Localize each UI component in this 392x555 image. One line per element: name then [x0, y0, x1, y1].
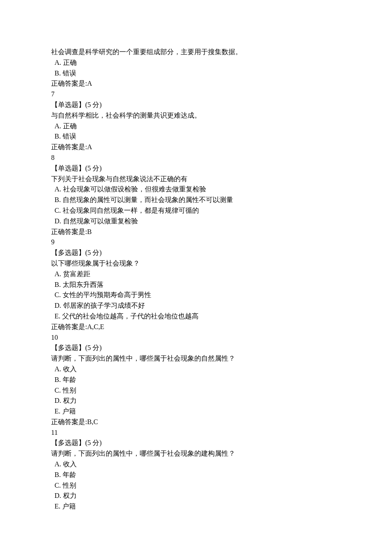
option-letter: A.: [55, 185, 61, 193]
points-close: 分): [91, 165, 101, 172]
question-stem: 以下哪些现象属于社会现象？: [51, 258, 341, 269]
question-option: D. 权力: [51, 396, 341, 406]
question-option: B. 太阳东升西落: [51, 280, 341, 290]
option-text: 错误: [61, 69, 76, 77]
option-letter: B.: [55, 69, 61, 77]
question-option: C. 性别: [51, 385, 341, 396]
answer-prefix: 正确答案是:: [51, 228, 87, 235]
answer-prefix: 正确答案是:: [51, 80, 87, 87]
question-type-line: 【多选题】(5 分): [51, 248, 341, 258]
answer-value: A: [87, 80, 92, 87]
option-text: 正确: [61, 59, 77, 66]
option-text: 性别: [61, 387, 76, 394]
question-option: B. 年龄: [51, 470, 341, 480]
question-number: 8: [51, 153, 341, 163]
question-number: 9: [51, 237, 341, 248]
option-text: 太阳东升西落: [61, 281, 104, 288]
question-option: C. 女性的平均预期寿命高于男性: [51, 290, 341, 301]
question-type-label: 【多选题】: [51, 249, 85, 256]
question-option: A. 收入: [51, 459, 341, 470]
option-text: 自然现象的属性可以测量，而社会现象的属性不可以测量: [61, 196, 233, 203]
question-number: 11: [51, 428, 341, 438]
question-number: 10: [51, 332, 341, 343]
option-letter: C.: [55, 482, 61, 489]
option-text: 年龄: [61, 376, 76, 383]
answer-line: 正确答案是:B,C: [51, 417, 341, 428]
question-option: B. 自然现象的属性可以测量，而社会现象的属性不可以测量: [51, 195, 341, 205]
option-text: 收入: [61, 460, 77, 468]
option-letter: A.: [55, 59, 61, 66]
question-type-label: 【单选题】: [51, 101, 85, 108]
answer-line: 正确答案是:B: [51, 227, 341, 237]
question-stem: 社会调查是科学研究的一个重要组成部分，主要用于搜集数据。: [51, 47, 341, 58]
question-option: B. 错误: [51, 68, 341, 79]
question-option: A. 正确: [51, 58, 341, 68]
question-option: D. 权力: [51, 491, 341, 501]
answer-prefix: 正确答案是:: [51, 418, 87, 425]
question-type-label: 【单选题】: [51, 165, 85, 172]
option-letter: B.: [55, 376, 61, 383]
answer-line: 正确答案是:A: [51, 142, 341, 153]
option-text: 收入: [61, 365, 77, 373]
question-type-line: 【多选题】(5 分): [51, 438, 341, 448]
option-text: 社会现象同自然现象一样，都是有规律可循的: [61, 207, 199, 214]
answer-prefix: 正确答案是:: [51, 323, 87, 330]
option-letter: D.: [55, 302, 61, 309]
option-text: 错误: [61, 133, 76, 140]
option-letter: B.: [55, 471, 61, 478]
answer-line: 正确答案是:A,C,E: [51, 322, 341, 332]
question-type-label: 【多选题】: [51, 439, 85, 446]
option-letter: B.: [55, 133, 61, 140]
option-text: 女性的平均预期寿命高于男性: [61, 291, 151, 298]
question-stem: 下列关于社会现象与自然现象说法不正确的有: [51, 174, 341, 185]
option-letter: C.: [55, 207, 61, 214]
option-letter: A.: [55, 122, 61, 130]
answer-value: B: [87, 228, 92, 235]
question-option: B. 错误: [51, 131, 341, 142]
question-option: A. 社会现象可以做假设检验，但很难去做重复检验: [51, 184, 341, 195]
option-letter: A.: [55, 460, 61, 468]
question-stem: 请判断，下面列出的属性中，哪些属于社会现象的建构属性？: [51, 448, 341, 459]
question-option: A. 收入: [51, 364, 341, 375]
option-letter: E.: [55, 408, 61, 415]
question-option: D. 邻居家的孩子学习成绩不好: [51, 301, 341, 311]
points-close: 分): [91, 439, 101, 446]
question-type-line: 【多选题】(5 分): [51, 343, 341, 353]
option-letter: D.: [55, 217, 61, 225]
question-option: A. 贫富差距: [51, 269, 341, 280]
option-letter: E.: [55, 312, 61, 320]
option-letter: A.: [55, 365, 61, 373]
option-text: 户籍: [61, 408, 76, 415]
question-option: E. 户籍: [51, 406, 341, 417]
question-option: B. 年龄: [51, 375, 341, 385]
question-option: E. 户籍: [51, 501, 341, 512]
question-type-line: 【单选题】(5 分): [51, 163, 341, 174]
option-text: 性别: [61, 482, 76, 489]
option-letter: E.: [55, 503, 61, 510]
option-letter: C.: [55, 387, 61, 394]
answer-value: A: [87, 143, 92, 150]
option-text: 贫富差距: [61, 270, 90, 278]
question-stem: 与自然科学相比，社会科学的测量共识更难达成。: [51, 110, 341, 121]
question-type-line: 【单选题】(5 分): [51, 100, 341, 110]
answer-prefix: 正确答案是:: [51, 143, 87, 150]
option-letter: D.: [55, 492, 61, 499]
option-text: 年龄: [61, 471, 76, 478]
option-letter: D.: [55, 397, 61, 404]
answer-value: B,C: [87, 418, 98, 425]
option-text: 邻居家的孩子学习成绩不好: [61, 302, 145, 309]
option-letter: B.: [55, 281, 61, 288]
question-option: D. 自然现象可以做重复检验: [51, 216, 341, 227]
option-letter: A.: [55, 270, 61, 278]
option-text: 正确: [61, 122, 77, 130]
option-text: 自然现象可以做重复检验: [61, 217, 138, 225]
answer-value: A,C,E: [87, 323, 104, 330]
question-option: C. 社会现象同自然现象一样，都是有规律可循的: [51, 205, 341, 216]
option-text: 权力: [61, 397, 77, 404]
option-text: 父代的社会地位越高，子代的社会地位也越高: [61, 312, 199, 320]
points-close: 分): [91, 101, 101, 108]
points-close: 分): [91, 344, 101, 351]
answer-line: 正确答案是:A: [51, 78, 341, 89]
option-letter: C.: [55, 291, 61, 298]
question-type-label: 【多选题】: [51, 344, 85, 351]
